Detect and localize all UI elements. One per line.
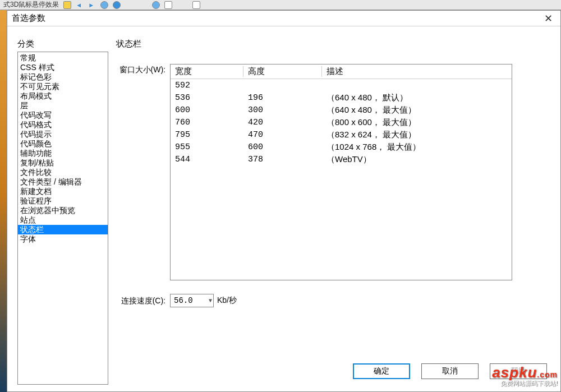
category-item[interactable]: 层 xyxy=(18,101,108,110)
cell-width: 600 xyxy=(171,105,243,115)
chevron-down-icon: ▼ xyxy=(209,298,212,304)
connection-speed-select[interactable]: 56.0 ▼ xyxy=(170,294,214,307)
category-item[interactable]: 不可见元素 xyxy=(18,82,108,91)
dialog-title: 首选参数 xyxy=(12,13,45,24)
cell-description: （640 x 480， 最大值） xyxy=(322,105,512,116)
window-size-row: 窗口大小(W): 宽度 高度 描述 592536196（640 x 480， 默… xyxy=(116,64,554,280)
settings-panel: 状态栏 窗口大小(W): 宽度 高度 描述 592536196（640 x 48… xyxy=(116,39,554,385)
category-item[interactable]: 代码颜色 xyxy=(18,139,108,149)
table-row[interactable]: 544378（WebTV） xyxy=(171,153,512,165)
close-button[interactable]: ✕ xyxy=(541,12,556,25)
dialog-titlebar: 首选参数 ✕ xyxy=(7,11,560,26)
cell-height: 196 xyxy=(243,93,322,103)
category-item[interactable]: 代码格式 xyxy=(18,120,108,130)
table-row[interactable]: 592 xyxy=(171,79,512,91)
cell-width: 760 xyxy=(171,118,243,127)
back-icon xyxy=(76,1,84,9)
doc-icon xyxy=(164,1,172,9)
ok-button[interactable]: 确定 xyxy=(353,363,410,379)
table-row[interactable]: 760420（800 x 600， 最大值） xyxy=(171,116,512,128)
forward-icon xyxy=(88,1,96,9)
category-item[interactable]: 站点 xyxy=(18,215,108,225)
cell-width: 536 xyxy=(171,93,243,103)
cell-height: 300 xyxy=(243,105,322,115)
cell-width: 544 xyxy=(171,155,243,164)
help-button[interactable]: 帮助 xyxy=(490,363,547,379)
category-item[interactable]: 在浏览器中预览 xyxy=(18,206,108,215)
table-body: 592536196（640 x 480， 默认）600300（640 x 480… xyxy=(171,79,512,165)
category-label: 分类 xyxy=(17,39,108,49)
cell-description: （WebTV） xyxy=(322,154,512,165)
connection-speed-unit: Kb/秒 xyxy=(217,296,237,306)
cell-description: （1024 x 768， 最大值） xyxy=(322,142,512,153)
cell-height: 470 xyxy=(243,130,322,140)
category-item[interactable]: 常规 xyxy=(18,53,108,63)
cell-height: 600 xyxy=(243,142,322,152)
cell-height: 420 xyxy=(243,118,322,127)
table-row[interactable]: 536196（640 x 480， 默认） xyxy=(171,91,512,104)
cell-description: （640 x 480， 默认） xyxy=(322,93,512,103)
doc-icon-2 xyxy=(192,1,200,9)
cell-height: 378 xyxy=(243,155,322,164)
cell-width: 795 xyxy=(171,130,243,140)
table-row[interactable]: 600300（640 x 480， 最大值） xyxy=(171,104,512,116)
category-item[interactable]: CSS 样式 xyxy=(18,63,108,72)
table-row[interactable]: 955600（1024 x 768， 最大值） xyxy=(171,141,512,153)
dialog-buttons: 确定 取消 帮助 xyxy=(353,363,547,379)
connection-speed-row: 连接速度(C): 56.0 ▼ Kb/秒 xyxy=(116,294,554,307)
refresh-icon-2 xyxy=(152,1,160,9)
category-item[interactable]: 代码改写 xyxy=(18,110,108,120)
refresh-icon xyxy=(100,1,108,9)
cell-description: （832 x 624， 最大值） xyxy=(322,130,512,140)
category-item[interactable]: 代码提示 xyxy=(18,130,108,139)
category-item[interactable]: 布局模式 xyxy=(18,91,108,101)
panel-title: 状态栏 xyxy=(116,39,554,49)
category-item[interactable]: 复制/粘贴 xyxy=(18,158,108,168)
window-size-label: 窗口大小(W): xyxy=(116,64,170,75)
category-item[interactable]: 新建文档 xyxy=(18,187,108,196)
category-item[interactable]: 验证程序 xyxy=(18,196,108,206)
category-item[interactable]: 文件比较 xyxy=(18,168,108,177)
category-item[interactable]: 辅助功能 xyxy=(18,149,108,158)
preferences-dialog: 首选参数 ✕ 分类 常规CSS 样式标记色彩不可见元素布局模式层代码改写代码格式… xyxy=(7,10,561,392)
col-width: 宽度 xyxy=(171,66,243,77)
category-item[interactable]: 文件类型 / 编辑器 xyxy=(18,177,108,187)
window-size-table[interactable]: 宽度 高度 描述 592536196（640 x 480， 默认）600300（… xyxy=(170,64,512,280)
table-row[interactable]: 795470（832 x 624， 最大值） xyxy=(171,128,512,141)
warning-icon xyxy=(63,1,71,9)
category-item[interactable]: 状态栏 xyxy=(18,225,108,234)
background-tab-title: 式3D鼠标悬停效果 xyxy=(3,0,59,10)
connection-speed-value: 56.0 xyxy=(174,296,193,305)
connection-speed-label: 连接速度(C): xyxy=(116,295,170,306)
col-description: 描述 xyxy=(322,66,512,77)
table-header: 宽度 高度 描述 xyxy=(171,64,512,79)
category-item[interactable]: 字体 xyxy=(18,234,108,244)
category-column: 分类 常规CSS 样式标记色彩不可见元素布局模式层代码改写代码格式代码提示代码颜… xyxy=(17,39,108,385)
col-height: 高度 xyxy=(243,66,322,77)
cell-width: 592 xyxy=(171,81,243,90)
category-list[interactable]: 常规CSS 样式标记色彩不可见元素布局模式层代码改写代码格式代码提示代码颜色辅助… xyxy=(17,52,108,385)
cancel-button[interactable]: 取消 xyxy=(421,363,479,379)
cell-width: 955 xyxy=(171,142,243,152)
category-item[interactable]: 标记色彩 xyxy=(18,72,108,82)
cell-description: （800 x 600， 最大值） xyxy=(322,117,512,128)
background-toolbar: 式3D鼠标悬停效果 xyxy=(0,0,561,10)
dialog-body: 分类 常规CSS 样式标记色彩不可见元素布局模式层代码改写代码格式代码提示代码颜… xyxy=(7,26,560,391)
globe-icon xyxy=(113,1,121,9)
